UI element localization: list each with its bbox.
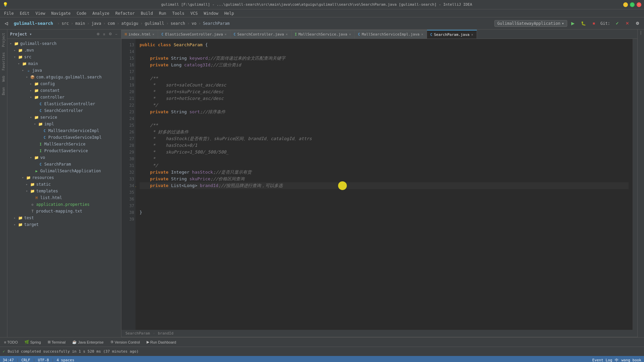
bc-path-brandid[interactable]: brandId bbox=[158, 331, 173, 336]
tree-item-elastic-controller[interactable]: C ElasticSaveController bbox=[7, 101, 121, 107]
tree-item-product-mapping[interactable]: T product-mapping.txt bbox=[7, 208, 121, 215]
bc-path-searchparam[interactable]: SearchParam bbox=[125, 331, 150, 336]
sidebar-hide[interactable]: − bbox=[114, 32, 118, 37]
run-button[interactable]: ▶ bbox=[569, 20, 577, 27]
tree-item-target[interactable]: ▸ 📁 target bbox=[7, 221, 121, 228]
build-status-text: Build completed successfully in 1 s 520 … bbox=[8, 349, 139, 354]
tree-item-root[interactable]: ▾ 📁 gulimall-search bbox=[7, 40, 121, 47]
status-event-log[interactable]: Event Log bbox=[592, 358, 612, 362]
toolbar-settings[interactable]: ⚙ bbox=[633, 20, 642, 27]
bc-com[interactable]: com bbox=[108, 21, 115, 26]
bc-gulimall[interactable]: gulimall bbox=[145, 21, 164, 26]
maximize-button[interactable]: □ bbox=[630, 2, 635, 7]
vtab-web[interactable]: Web bbox=[1, 74, 6, 84]
tree-item-src[interactable]: ▾ 📁 src bbox=[7, 54, 121, 60]
bc-search[interactable]: search bbox=[171, 21, 185, 26]
tree-item-searchparam[interactable]: C SearchParam bbox=[7, 161, 121, 168]
tree-item-java[interactable]: ▾ ☕ java bbox=[7, 67, 121, 74]
btn-java-enterprise[interactable]: ☕ Java Enterprise bbox=[69, 339, 106, 345]
menu-vcs[interactable]: VCS bbox=[188, 10, 201, 16]
tree-item-service[interactable]: ▾ 📁 service bbox=[7, 114, 121, 121]
tab-index-html[interactable]: H index.html × bbox=[121, 30, 158, 39]
git-checkmark[interactable]: ✓ bbox=[613, 20, 622, 27]
tree-item-main[interactable]: ▾ 📁 main bbox=[7, 60, 121, 67]
mini-scrollbar[interactable] bbox=[633, 39, 637, 330]
tab-elastic-save[interactable]: C ElasticSaveController.java × bbox=[158, 30, 230, 39]
vtab-project[interactable]: Project bbox=[1, 31, 6, 49]
menu-view[interactable]: View bbox=[33, 10, 48, 16]
menu-window[interactable]: Window bbox=[201, 10, 221, 16]
tab-close-search-ctrl[interactable]: × bbox=[286, 33, 288, 36]
tab-search-controller[interactable]: C SearchController.java × bbox=[230, 30, 291, 39]
tree-item-product-service[interactable]: I ProductSaveService bbox=[7, 147, 121, 154]
tree-item-vo[interactable]: ▾ 📁 vo bbox=[7, 154, 121, 161]
btn-terminal[interactable]: ⊞ Terminal bbox=[45, 339, 68, 345]
status-indent[interactable]: 4 spaces bbox=[57, 358, 74, 362]
btn-version-control[interactable]: ⑨ Version Control bbox=[108, 339, 143, 345]
tab-close-searchparam[interactable]: × bbox=[471, 33, 473, 37]
tree-item-search-controller[interactable]: C SearchController bbox=[7, 107, 121, 114]
vtab-favorites[interactable]: Favorites bbox=[1, 50, 6, 72]
debug-button[interactable]: 🐛 bbox=[578, 20, 589, 27]
tree-item-mall-impl[interactable]: C MallSearchServiceImpl bbox=[7, 127, 121, 134]
vtab-bean[interactable]: Bean bbox=[1, 85, 6, 97]
bc-java[interactable]: java bbox=[92, 21, 101, 26]
bc-searchparam[interactable]: SearchParam bbox=[203, 21, 229, 26]
menu-build[interactable]: Build bbox=[138, 10, 156, 16]
tab-searchparam[interactable]: C SearchParam.java × bbox=[427, 30, 477, 39]
tab-close-elastic[interactable]: × bbox=[225, 33, 227, 36]
bc-vo[interactable]: vo bbox=[192, 21, 196, 26]
status-position[interactable]: 34:47 bbox=[3, 358, 14, 362]
bc-src[interactable]: src bbox=[62, 21, 69, 26]
tree-item-controller[interactable]: ▾ 📁 controller bbox=[7, 94, 121, 101]
menu-code[interactable]: Code bbox=[74, 10, 89, 16]
right-panel-scroll[interactable]: │ bbox=[639, 31, 643, 36]
tree-item-app-properties[interactable]: ⚙ application.properties bbox=[7, 201, 121, 208]
menu-help[interactable]: Help bbox=[222, 10, 237, 16]
tree-item-impl[interactable]: ▾ 📁 impl bbox=[7, 121, 121, 127]
tree-item-constant[interactable]: ▸ 📁 constant bbox=[7, 87, 121, 94]
git-x[interactable]: ✕ bbox=[623, 20, 632, 27]
code-content[interactable]: public class SearchParam { private Strin… bbox=[136, 39, 633, 330]
tree-item-mall-service[interactable]: I MallSearchService bbox=[7, 141, 121, 147]
toolbar-back[interactable]: ◁ bbox=[2, 20, 10, 27]
tree-item-list-html[interactable]: H list.html bbox=[7, 194, 121, 201]
tree-item-product-impl[interactable]: C ProductSaveServiceImpl bbox=[7, 134, 121, 141]
tree-label-search-ctrl: SearchController bbox=[44, 108, 83, 113]
btn-run-dashboard[interactable]: ▶ Run Dashboard bbox=[144, 339, 179, 345]
status-encoding[interactable]: UTF-8 bbox=[38, 358, 49, 362]
tree-item-package[interactable]: ▾ 📦 com.atguigu.gulimall.search bbox=[7, 74, 121, 80]
menu-edit[interactable]: Edit bbox=[17, 10, 32, 16]
menu-tools[interactable]: Tools bbox=[170, 10, 187, 16]
btn-todo[interactable]: ≡ TODO bbox=[1, 340, 20, 345]
bc-atguigu[interactable]: atguigu bbox=[121, 21, 139, 26]
tab-mall-impl[interactable]: C MallSearchServiceImpl.java × bbox=[355, 30, 427, 39]
menu-navigate[interactable]: Navigate bbox=[49, 10, 73, 16]
status-line-ending[interactable]: CRLF bbox=[21, 358, 31, 362]
tree-item-config[interactable]: ▸ 📁 config bbox=[7, 80, 121, 87]
tree-item-app[interactable]: ▶ GulimallSearchApplication bbox=[7, 168, 121, 174]
sidebar-locate[interactable]: ⊕ bbox=[96, 32, 101, 37]
close-button[interactable]: × bbox=[637, 2, 641, 7]
tree-item-templates[interactable]: ▾ 📁 templates bbox=[7, 188, 121, 194]
menu-analyze[interactable]: Analyze bbox=[90, 10, 112, 16]
tree-label-elastic: ElasticSaveController bbox=[44, 102, 95, 106]
minimize-button[interactable]: − bbox=[623, 2, 628, 7]
tree-item-static[interactable]: ▸ 📁 static bbox=[7, 181, 121, 188]
menu-refactor[interactable]: Refactor bbox=[113, 10, 138, 16]
bc-main[interactable]: main bbox=[75, 21, 85, 26]
sidebar-collapse[interactable]: ≡ bbox=[102, 32, 106, 37]
tab-mall-service[interactable]: I MallSearchService.java × bbox=[291, 30, 355, 39]
tree-item-mvn[interactable]: ▸ 📁 .mvn bbox=[7, 47, 121, 54]
sidebar-settings[interactable]: ⚙ bbox=[108, 32, 113, 37]
menu-run[interactable]: Run bbox=[156, 10, 169, 16]
tab-close-index[interactable]: × bbox=[152, 33, 154, 36]
tree-item-test[interactable]: ▸ 📁 test bbox=[7, 215, 121, 221]
tab-close-mall-impl[interactable]: × bbox=[421, 33, 423, 36]
stop-button[interactable]: ■ bbox=[590, 20, 598, 27]
tab-close-mall-svc[interactable]: × bbox=[349, 33, 351, 36]
run-config-selector[interactable]: GulimallGatewayApplication ▾ bbox=[494, 20, 567, 27]
tree-item-resources[interactable]: ▾ 📁 resources bbox=[7, 174, 121, 181]
menu-file[interactable]: File bbox=[1, 10, 16, 16]
btn-spring[interactable]: 🌿 Spring bbox=[22, 339, 44, 345]
